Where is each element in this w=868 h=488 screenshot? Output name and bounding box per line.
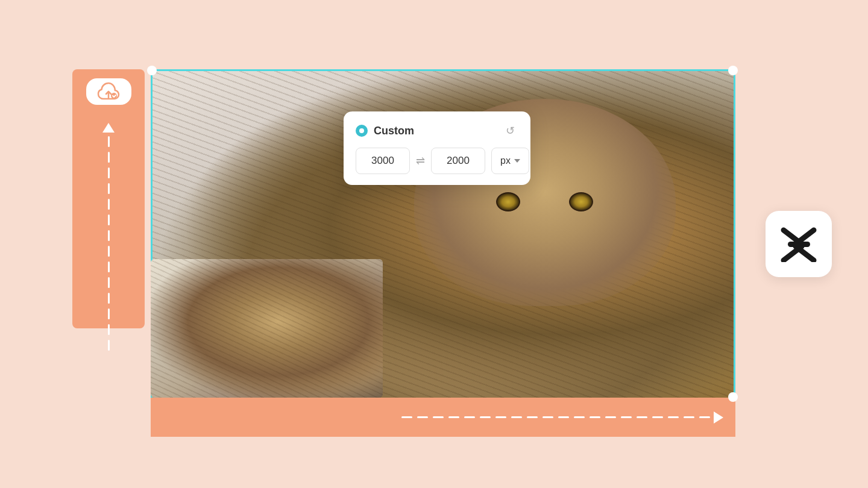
main-container: Custom ↺ ⇌ px xyxy=(72,51,796,437)
capcut-logo-icon xyxy=(778,226,820,262)
dash-line xyxy=(401,416,710,418)
thumbnail-image xyxy=(151,259,383,398)
cat-eye-right xyxy=(569,192,593,211)
unit-label: px xyxy=(500,155,511,166)
svg-point-0 xyxy=(111,93,117,99)
radio-selected[interactable] xyxy=(356,125,368,137)
arrow-up-head xyxy=(102,123,115,133)
popup-header: Custom ↺ xyxy=(356,122,518,139)
unit-selector[interactable]: px xyxy=(491,148,529,174)
arrow-right-dashed xyxy=(401,411,723,424)
popup-title-row: Custom xyxy=(356,125,414,137)
corner-dot-bottom-right xyxy=(728,392,738,402)
left-panel xyxy=(72,69,145,328)
width-input[interactable] xyxy=(356,148,410,174)
popup-title: Custom xyxy=(374,125,414,137)
cat-eye-left xyxy=(496,192,520,211)
cloud-upload-icon xyxy=(95,78,122,105)
capcut-logo-box xyxy=(766,211,832,277)
custom-size-popup: Custom ↺ ⇌ px xyxy=(344,111,530,185)
thumbnail-fur xyxy=(151,259,383,398)
corner-dot-top-left xyxy=(147,66,157,75)
popup-inputs: ⇌ px xyxy=(356,148,518,174)
arrow-right-head xyxy=(714,411,723,424)
reset-button[interactable]: ↺ xyxy=(502,122,518,139)
arrow-up-dashed xyxy=(102,123,115,351)
height-input[interactable] xyxy=(431,148,485,174)
chevron-down-icon xyxy=(514,159,520,163)
cloud-upload-box[interactable] xyxy=(86,78,131,105)
dash-column xyxy=(108,136,110,351)
corner-dot-top-right xyxy=(728,66,738,75)
link-icon[interactable]: ⇌ xyxy=(416,154,425,167)
bottom-strip xyxy=(151,398,735,437)
